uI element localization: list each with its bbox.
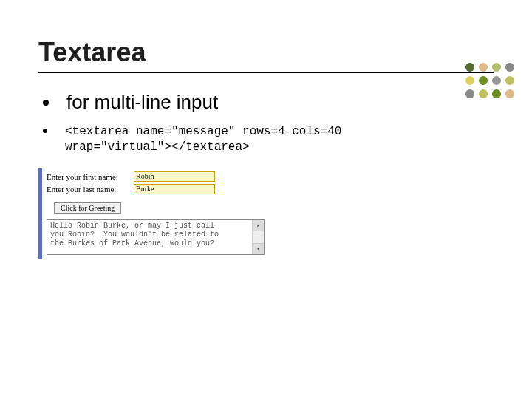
decorative-dot: [492, 89, 501, 98]
firstname-input[interactable]: [134, 171, 215, 182]
decorative-dot: [466, 76, 474, 85]
firstname-label: Enter your first name:: [47, 172, 134, 181]
bullet-item: for multi-line input: [38, 91, 494, 114]
lastname-input[interactable]: [134, 184, 215, 194]
textarea-content: Hello Robin Burke, or may I just call yo…: [50, 222, 219, 248]
title-rule: [38, 72, 494, 73]
greeting-button[interactable]: Click for Greeting: [54, 202, 121, 214]
decorative-dot-grid: [466, 63, 516, 100]
bullet-icon: [43, 100, 49, 106]
demo-form: Enter your first name: Enter your last n…: [38, 168, 304, 259]
decorative-dot: [505, 76, 514, 85]
code-snippet: <textarea name="message" rows=4 cols=40 …: [65, 124, 341, 155]
form-row-lastname: Enter your last name:: [47, 184, 300, 194]
slide: Textarea for multi-line input <textarea …: [0, 0, 532, 399]
bullet-item: <textarea name="message" rows=4 cols=40 …: [38, 124, 494, 155]
slide-title: Textarea: [38, 37, 494, 68]
decorative-dot: [479, 63, 488, 72]
bullet-list: for multi-line input <textarea name="mes…: [38, 91, 494, 155]
decorative-dot: [466, 89, 474, 98]
decorative-dot: [492, 76, 501, 85]
lastname-label: Enter your last name:: [47, 185, 134, 194]
bullet-icon: [43, 129, 47, 133]
decorative-dot: [505, 89, 514, 98]
scrollbar[interactable]: ▴ ▾: [252, 220, 264, 254]
form-row-firstname: Enter your first name:: [47, 171, 300, 182]
decorative-dot: [505, 63, 514, 72]
decorative-dot: [479, 89, 488, 98]
scroll-down-icon[interactable]: ▾: [253, 243, 264, 254]
decorative-dot: [466, 63, 474, 72]
bullet-text: for multi-line input: [66, 91, 218, 114]
scroll-up-icon[interactable]: ▴: [253, 220, 264, 231]
decorative-dot: [479, 76, 488, 85]
decorative-dot: [492, 63, 501, 72]
greeting-textarea[interactable]: Hello Robin Burke, or may I just call yo…: [47, 219, 265, 255]
